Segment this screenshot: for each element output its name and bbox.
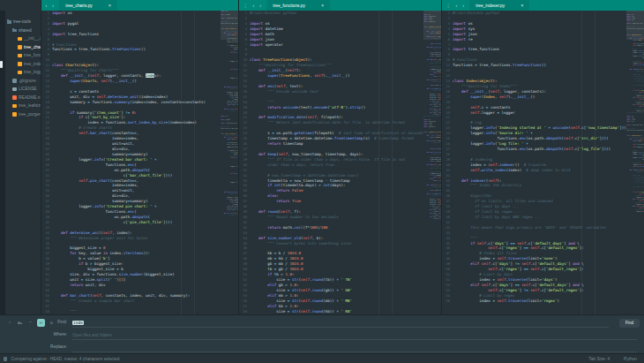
file-icon (12, 112, 17, 117)
tab-scroll-left-icon[interactable]: ‹ (44, 0, 49, 11)
sidebar-item-tree-tools[interactable]: tree-tools (5, 18, 41, 26)
status-tab-size[interactable]: Tab Size: 4 (588, 357, 610, 361)
code-line: index = self.traverse(limit='regex') (453, 299, 626, 304)
code-line: c['pie_chart_file']))) (221, 83, 238, 85)
sidebar-item-label: README.md (19, 95, 41, 100)
code-line: - If limit by days AND regex ... (626, 182, 644, 184)
code-line: older than x days, return True. (423, 168, 441, 170)
sidebar-item-license[interactable]: LICENSE (5, 85, 41, 94)
sidebar-item-tree-leafsize-py[interactable]: tree_leafsize.py (5, 102, 41, 110)
code-line: """ (221, 218, 238, 220)
status-bar: Comparing against : HEAD, master, 4 char… (0, 353, 644, 363)
code-line: return True (423, 76, 441, 78)
where-input[interactable]: Open files and folders (72, 330, 637, 340)
minimap[interactable]: #!/usr/bin/env python import osimport sy… (626, 11, 644, 314)
tab-scroll-right-icon[interactable]: › (258, 0, 263, 11)
find-label: Find: (0, 320, 67, 324)
sidebar-item--init-py[interactable]: __init__.py (5, 34, 41, 43)
minimap-content: #!/usr/bin/env python import osimport sy… (626, 11, 644, 213)
minimap-viewport[interactable] (423, 11, 441, 40)
close-icon[interactable]: × (109, 3, 111, 8)
tab-scroll-left-icon[interactable]: ‹ (251, 0, 256, 11)
file-tree: tree-toolsshared__init__.pytree_charts.p… (5, 18, 41, 314)
code-line: return math.ceil(f*100)/100 (423, 85, 441, 87)
active-file-indicator (0, 61, 3, 68)
sidebar-item-shared[interactable]: shared (5, 26, 41, 35)
find-input[interactable]: inde (72, 318, 609, 328)
sidebar-item-tree-functions-py[interactable]: tree_functions.py (5, 51, 41, 60)
tab-scroll-left-icon[interactable]: ‹ (454, 0, 459, 11)
minimap-content: #!/usr/bin/env python import osimport da… (423, 11, 441, 220)
sidebar-item-tree-purger-py[interactable]: tree_purger.py (5, 110, 41, 119)
sidebar-item-readme-md[interactable]: README.md (5, 94, 41, 102)
sidebar-item-label: shared (19, 28, 32, 33)
code-line: self.logger = logger (626, 45, 644, 47)
sidebar-item-label: __init__.py (24, 36, 41, 41)
ruler (181, 11, 182, 314)
code-line: """ Index the directory (626, 71, 644, 72)
overflow-menu-icon[interactable]: ⋮ (445, 0, 452, 11)
code-line: """ Return last modification date for fi… (423, 154, 441, 155)
code-line: This means that algo primary are 'DAYS' … (626, 186, 644, 188)
code-line: summary = functions.summary(index=index,… (221, 147, 238, 148)
code-line: """ Create a simple bar chart (221, 110, 238, 112)
ruler (378, 11, 379, 314)
tab-tree-indexer[interactable]: tree_indexer.py × (469, 0, 529, 11)
status-message: Comparing against : HEAD, master, 4 char… (11, 357, 120, 361)
minimap[interactable]: import os import pygal import tree_funct… (221, 11, 238, 314)
sidebar-item-label: tree-tools (13, 19, 31, 24)
close-icon[interactable]: × (520, 3, 523, 8)
close-icon[interactable]: × (321, 3, 324, 8)
code-line: size = str(self.round(kb)) + ' KB' (423, 218, 441, 220)
tab-tree-charts[interactable]: tree_charts.py × (59, 0, 117, 11)
code-line: functions = tree_functions.TreeFunctions… (626, 130, 644, 132)
code-area[interactable]: #!/usr/bin/env python import osimport sy… (453, 11, 626, 314)
code-line: """ Determine proper unit for bytes (221, 88, 238, 90)
code-line: functions.enc(os.path.abspath(self.c['lo… (626, 57, 644, 59)
status-syntax[interactable]: Python (624, 357, 637, 361)
find-in-files-panel: .*Aa“”↩↻ Find: inde Find Where: Open fil… (0, 314, 644, 353)
tab-scroll-right-icon[interactable]: › (51, 0, 56, 11)
line-number: 56 (442, 299, 450, 304)
code-line: #!/usr/bin/env python (626, 112, 644, 114)
code-line: - If limit by days AND regex ... (626, 81, 644, 83)
tab-scroll-right-icon[interactable]: › (461, 0, 466, 11)
code-line: index = self.traverse(limit='regex') (626, 211, 644, 213)
tab-label: tree_functions.py (273, 4, 305, 8)
minimap-viewport[interactable] (221, 11, 238, 40)
editor-pane-3: ⋮ ‹ › tree_indexer.py × 1234567891011121… (441, 0, 644, 314)
code-line: summary = functions.summary(index=index,… (52, 100, 221, 105)
find-button[interactable]: Find (619, 319, 640, 328)
gutter: 1234567891011121314151617181920212223242… (442, 11, 453, 314)
ruler (595, 11, 595, 314)
code-area[interactable]: #!/usr/bin/env python import osimport da… (250, 11, 423, 314)
code-line: summary = functions.summary(index=index,… (221, 42, 238, 43)
minimap-viewport[interactable] (626, 11, 644, 40)
tab-bar: ‹ › tree_charts.py × (41, 0, 238, 11)
sidebar-item-label: tree_charts.py (24, 45, 41, 49)
sidebar-item-label: tree_leafsize.py (19, 103, 41, 108)
tab-tree-functions[interactable]: tree_functions.py × (266, 0, 330, 11)
file-icon (18, 37, 22, 42)
code-line: """ Convert bytes into something nicer (423, 195, 441, 197)
sidebar-item-tree-logger-py[interactable]: tree_logger.py (5, 68, 41, 77)
line-number: 58 (41, 309, 49, 314)
overflow-menu-icon[interactable]: ⋮ (242, 0, 249, 11)
sidebar-item-tree-charts-py[interactable]: tree_charts.py (5, 43, 41, 52)
replace-input[interactable] (72, 343, 637, 352)
code-lines: #!/usr/bin/env python import osimport da… (250, 11, 423, 314)
code-area[interactable]: import os import pygal import tree_funct… (52, 11, 221, 314)
sidebar-item-tree-indexer-py[interactable]: tree_indexer.py (5, 60, 41, 69)
minimap[interactable]: #!/usr/bin/env python import osimport da… (423, 11, 441, 314)
sidebar-item--gitignore[interactable]: .gitignore (5, 77, 41, 86)
editor-pane-2: ⋮ ‹ › tree_functions.py × 12345678910111… (238, 0, 441, 314)
minimap-content: import os import pygal import tree_funct… (221, 11, 238, 220)
code-line: functions.enc(os.path.abspath(self.c['lo… (453, 147, 626, 152)
code-line: self.logger = logger (626, 147, 644, 148)
code-line: import tree_functions (626, 125, 644, 126)
code-line: return unicode(text).encode('utf-8').str… (423, 148, 441, 150)
code-line: functions.enc(os.path.abspath(self.c['lo… (626, 159, 644, 161)
status-icon[interactable] (4, 357, 7, 361)
code-line: """ Round number to two decimals (423, 81, 441, 83)
editor-pane-1: ‹ › tree_charts.py × 1234567891011121314… (41, 0, 238, 314)
